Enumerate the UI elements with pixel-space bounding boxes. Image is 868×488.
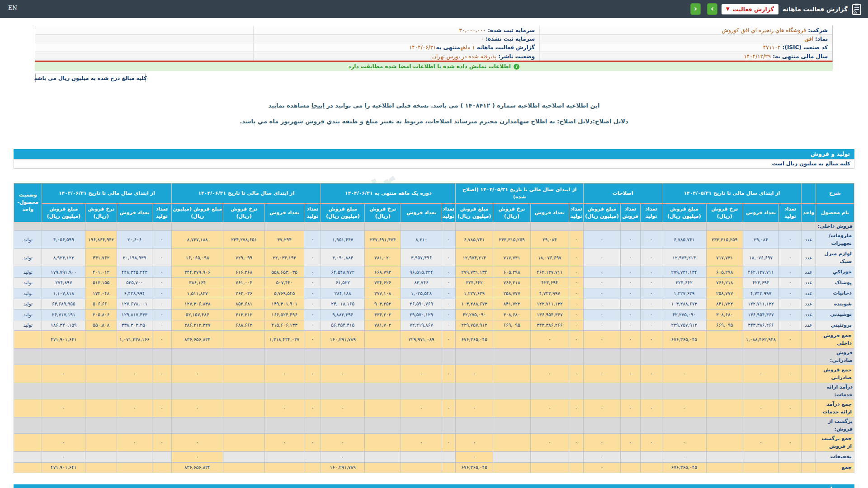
data-cell: ۶۷۶,۳۶۵,۰۴۵: [455, 462, 493, 473]
data-cell: [42, 222, 85, 231]
row-name: جمع فروش داخلی: [816, 331, 854, 349]
data-cell: ۲۵۸,۷۷۷: [493, 288, 530, 299]
data-cell: [493, 383, 530, 399]
info-cell-right: نماد: افق: [539, 35, 832, 43]
data-cell: [530, 462, 569, 473]
data-cell: ۷۸۱,۰۲۰: [364, 249, 401, 267]
data-cell: [223, 399, 264, 418]
data-cell: ۲۶,۵۹۰,۷۶۹: [401, 299, 442, 310]
column-header: مبلغ فروش (میلیون ریال): [321, 203, 364, 222]
data-cell: ۰: [152, 288, 171, 299]
data-cell: ۰: [569, 320, 584, 331]
data-cell: ۰: [455, 452, 493, 463]
data-cell: [743, 462, 778, 473]
info-label: گزارش فعالیت ماهانه: [475, 44, 535, 51]
data-cell: [42, 349, 85, 365]
data-cell: ۲۹,۰۸۴: [530, 231, 569, 249]
data-cell: ۰: [584, 267, 620, 278]
data-cell: ۰: [442, 267, 455, 278]
data-cell: ۰: [530, 331, 569, 349]
data-cell: [401, 349, 442, 365]
next-report-button[interactable]: ›: [707, 3, 717, 15]
column-header: مبلغ فروش (میلیون ریال): [584, 203, 620, 222]
data-cell: [321, 383, 364, 399]
column-header: تعداد تولید: [779, 203, 802, 222]
data-cell: ۲۰,۱۹۸,۹۳۹: [117, 249, 152, 267]
info-label: سرمایه ثبت شده:: [486, 27, 535, 33]
column-header: تعداد فروش: [620, 203, 640, 222]
data-cell: ۱,۹۵۱,۴۴۷: [321, 231, 364, 249]
data-cell: [223, 349, 264, 365]
data-cell: [640, 222, 662, 231]
data-cell: [171, 222, 223, 231]
row-name: تخفیفات: [816, 452, 854, 463]
data-cell: ۱۷۹,۷۹۱,۹۰۰: [42, 267, 85, 278]
data-cell: ۱,۰۷۱,۳۳۸,۱۶۶: [117, 331, 152, 349]
data-cell: [85, 452, 117, 463]
data-cell: [640, 462, 662, 473]
data-cell: ۰: [620, 231, 640, 249]
data-cell: ۷۲,۲۱۹,۸۶۷: [401, 320, 442, 331]
data-cell: [455, 349, 493, 365]
table-row-product: لوازم منزل سبکعدد۰۱۸,۰۷۶,۶۹۷۷۱۷,۷۳۱۱۲,۹۷…: [14, 249, 854, 267]
table-row-product: ملزومات/ تجهیزاتعدد۰۲۹,۰۸۴۲۳۳,۳۱۵,۲۵۹۶,۷…: [14, 231, 854, 249]
data-cell: ۲۹,۰۸۴: [743, 231, 778, 249]
unit-cell: [802, 452, 816, 463]
data-cell: [493, 222, 530, 231]
data-cell: ۳۴۳,۳۸۶,۲۶۶: [743, 320, 778, 331]
data-cell: [304, 349, 321, 365]
data-cell: [662, 383, 707, 399]
data-cell: [493, 331, 530, 349]
data-cell: ۲۳۷,۶۹۱,۴۷۴: [364, 231, 401, 249]
data-cell: [493, 418, 530, 434]
codal-monthly-report-page: گزارش فعالیت ماهانه گزارش فعالیت ▼ › ‹ E…: [0, 0, 868, 488]
data-cell: [743, 222, 778, 231]
production-sales-table: شرحاز ابتدای سال مالی تا تاریخ ۱۴۰۴/۰۵/۳…: [14, 183, 854, 473]
info-row: شرکت: فروشگاه هاي زنجيره اي افق كوروشسرم…: [35, 26, 832, 35]
data-cell: ۰: [584, 452, 620, 463]
info-cell-right: سال مالی منتهی به: ۱۴۰۴/۱۲/۲۹: [539, 52, 832, 61]
data-cell: [493, 349, 530, 365]
data-cell: ۱۶۰,۲۹۱,۷۸۹: [321, 462, 364, 473]
data-cell: ۰: [152, 299, 171, 310]
row-name: لوازم منزل سبک: [816, 249, 854, 267]
data-cell: [662, 418, 707, 434]
data-cell: [779, 383, 802, 399]
data-cell: [706, 434, 743, 452]
info-value: ۱۴۰۴/۱۲/۲۹: [744, 53, 771, 60]
data-cell: [442, 418, 455, 434]
table-row-total: جمع۶۷۶,۳۶۵,۰۴۵۰۶۷۶,۳۶۵,۰۴۵۱۶۰,۲۹۱,۷۸۹۸۳۶…: [14, 462, 854, 473]
data-cell: ۱۲,۹۷۴,۲۱۴: [455, 249, 493, 267]
data-cell: ۰: [584, 299, 620, 310]
report-type-dropdown[interactable]: گزارش فعالیت ▼: [722, 4, 778, 14]
language-toggle-en[interactable]: EN: [8, 5, 17, 11]
data-cell: ۰: [442, 331, 455, 349]
data-cell: [401, 383, 442, 399]
data-cell: ۴۲,۲۷۵,۰۹۰: [455, 310, 493, 320]
data-cell: [364, 383, 401, 399]
data-cell: ۰: [779, 310, 802, 320]
data-cell: ۱۲۲,۷۱۱,۱۳۲: [530, 299, 569, 310]
data-cell: ۰: [640, 277, 662, 288]
data-cell: ۲۰,۶۰۶: [117, 231, 152, 249]
data-cell: [706, 222, 743, 231]
data-cell: [706, 418, 743, 434]
table-row-product: خوراکيعدد۰۴۶۲,۱۳۷,۷۱۱۶۰۵,۲۹۸۲۷۹,۷۳۱,۱۳۴۰…: [14, 267, 854, 278]
data-cell: [584, 383, 620, 399]
previous-version-link[interactable]: اینجا: [311, 102, 325, 109]
unit-header: واحد: [802, 203, 816, 222]
unit-cell: [802, 462, 816, 473]
data-cell: [171, 383, 223, 399]
data-cell: ۰: [640, 249, 662, 267]
previous-report-button[interactable]: ‹: [690, 3, 701, 15]
data-cell: ۰: [42, 434, 85, 452]
data-cell: ۳۲۴,۶۴۲: [455, 277, 493, 288]
data-cell: ۱۲۹,۸۱۷,۴۳۳: [117, 310, 152, 320]
info-cell-mid: سرمایه ثبت شده: ۳۰,۰۰۰,۰۰۰: [253, 26, 539, 34]
data-cell: ۰: [584, 231, 620, 249]
data-cell: ۰: [640, 320, 662, 331]
column-header: تعداد فروش: [264, 203, 304, 222]
data-cell: ۶۱۶,۲۶۸: [223, 267, 264, 278]
row-name: فروش داخلی:: [816, 222, 854, 231]
data-cell: [171, 418, 223, 434]
